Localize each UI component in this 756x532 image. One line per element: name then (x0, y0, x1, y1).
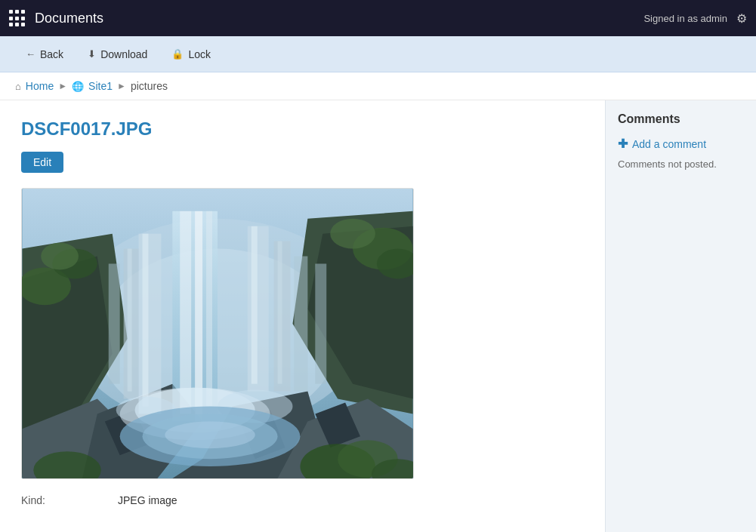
lock-icon: 🔒 (171, 48, 184, 60)
no-comments-text: Comments not posted. (618, 158, 744, 170)
breadcrumb: ⌂ Home ► 🌐 Site1 ► pictures (0, 72, 756, 100)
edit-button[interactable]: Edit (21, 152, 63, 173)
file-title: DSCF0017.JPG (21, 118, 584, 140)
lock-button[interactable]: 🔒 Lock (161, 44, 221, 65)
add-comment-label: Add a comment (632, 138, 706, 150)
svg-rect-28 (248, 226, 269, 392)
back-button[interactable]: ← Back (15, 44, 74, 65)
breadcrumb-sep-2: ► (117, 81, 126, 91)
grid-menu-icon[interactable] (9, 10, 26, 26)
download-icon: ⬇ (88, 48, 96, 60)
content-area: DSCF0017.JPG Edit (0, 100, 605, 532)
breadcrumb-home[interactable]: Home (26, 80, 54, 92)
image-preview (21, 188, 414, 479)
back-label: Back (40, 48, 63, 60)
kind-label: Kind: (21, 494, 112, 506)
add-comment-link[interactable]: ✚ Add a comment (618, 137, 744, 151)
svg-rect-25 (143, 234, 149, 407)
main-layout: DSCF0017.JPG Edit (0, 100, 756, 532)
breadcrumb-site[interactable]: Site1 (88, 80, 113, 92)
svg-rect-33 (315, 263, 326, 383)
svg-rect-29 (251, 226, 258, 384)
lock-label: Lock (188, 48, 211, 60)
back-icon: ← (26, 48, 35, 60)
download-label: Download (100, 48, 147, 60)
header-left: Documents (9, 10, 103, 26)
comments-sidebar: Comments ✚ Add a comment Comments not po… (605, 100, 756, 532)
plus-icon: ✚ (618, 137, 628, 151)
svg-rect-31 (278, 241, 282, 384)
header: Documents Signed in as admin ⚙ (0, 0, 756, 36)
download-button[interactable]: ⬇ Download (77, 44, 158, 65)
globe-icon: 🌐 (72, 81, 84, 92)
svg-rect-24 (139, 234, 162, 414)
comments-title: Comments (618, 112, 744, 126)
svg-point-11 (330, 219, 375, 249)
file-metadata: Kind: JPEG image (21, 494, 584, 506)
settings-button[interactable]: ⚙ (736, 11, 747, 26)
svg-rect-23 (206, 211, 212, 407)
kind-value: JPEG image (118, 494, 584, 506)
breadcrumb-folder: pictures (131, 80, 168, 92)
svg-rect-32 (294, 257, 307, 392)
header-right: Signed in as admin ⚙ (643, 11, 747, 26)
svg-rect-34 (109, 263, 120, 383)
svg-rect-21 (180, 211, 191, 414)
svg-rect-27 (128, 249, 132, 392)
home-icon: ⌂ (15, 81, 21, 92)
toolbar: ← Back ⬇ Download 🔒 Lock (0, 36, 756, 72)
svg-point-7 (41, 243, 79, 270)
breadcrumb-sep-1: ► (58, 81, 67, 91)
svg-point-41 (165, 421, 255, 448)
app-title: Documents (35, 11, 103, 26)
signed-in-label: Signed in as admin (643, 13, 727, 24)
waterfall-svg (22, 189, 413, 478)
